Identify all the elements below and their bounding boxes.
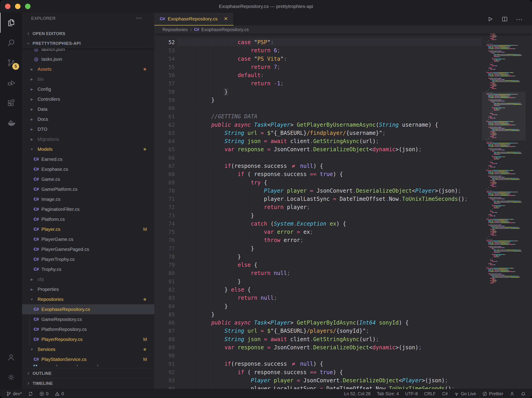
status-feedback[interactable] — [510, 392, 514, 396]
tree-file-platformrepository-cs[interactable]: C#PlatformRepository.cs — [22, 324, 154, 334]
indent-guide — [238, 79, 238, 87]
git-modified-badge: M — [143, 337, 147, 342]
line-number: 67 — [154, 162, 175, 170]
tree-folder-assets[interactable]: ▶Assets — [22, 64, 154, 74]
run-button[interactable] — [487, 16, 494, 23]
tree-file-exophaserepository-cs[interactable]: C#ExophaseRepository.cs — [22, 304, 154, 314]
indent-guide — [224, 170, 225, 178]
activity-source-control[interactable]: 5 — [0, 53, 22, 73]
tree-file-earned-cs[interactable]: C#Earned.cs — [22, 154, 154, 164]
section-open-editors[interactable]: OPEN EDITORS — [22, 29, 154, 39]
activity-explorer[interactable] — [0, 13, 22, 33]
tree-file-playertrophy-cs[interactable]: C#PlayerTrophy.cs — [22, 254, 154, 264]
line-number: 87 — [154, 327, 175, 335]
status-encoding[interactable]: UTF-8 — [405, 391, 418, 396]
activity-run-debug[interactable] — [0, 73, 22, 93]
status-tab-size[interactable]: Tab Size: 4 — [377, 391, 399, 396]
tree-file-image-cs[interactable]: C#Image.cs — [22, 194, 154, 204]
status-eol[interactable]: CRLF — [424, 391, 436, 396]
csharp-file-icon: C# — [33, 317, 39, 322]
tree-folder-data[interactable]: ▶Data — [22, 104, 154, 114]
status-cursor-position[interactable]: Ln 52, Col 28 — [344, 391, 370, 396]
activity-docker[interactable] — [0, 113, 22, 133]
code-editor[interactable]: 52 case "PSP":53 return 6;54 case "PS Vi… — [154, 34, 482, 389]
status-go-live[interactable]: Go Live — [454, 391, 476, 396]
csharp-file-icon: C# — [33, 187, 39, 192]
code-line-66: 66 — [154, 154, 482, 162]
chevron-collapsed-icon: ▶ — [30, 108, 34, 111]
indent-guide — [238, 376, 238, 385]
section-timeline[interactable]: TIMELINE — [22, 378, 154, 388]
tree-item-label: PlayerRepository.cs — [41, 337, 82, 342]
json-file-icon: ◎ — [33, 56, 39, 62]
explorer-more-actions[interactable]: ⋯ — [136, 15, 142, 22]
tree-folder-docs[interactable]: ▶Docs — [22, 114, 154, 124]
indent-guide — [211, 38, 212, 46]
tree-file-gameplatform-cs[interactable]: C#GamePlatform.cs — [22, 184, 154, 194]
status-prettier[interactable]: Prettier — [482, 391, 503, 396]
indent-guide — [198, 261, 198, 269]
tree-file-paginationfilter-cs[interactable]: C#PaginationFilter.cs — [22, 204, 154, 214]
tree-folder-config[interactable]: ▶Config — [22, 84, 154, 94]
indent-guide — [224, 187, 225, 195]
tree-folder-models[interactable]: ▼Models — [22, 144, 154, 154]
tree-folder-migrations[interactable]: ▶Migrations — [22, 134, 154, 144]
tree-folder-obj[interactable]: ▶obj — [22, 274, 154, 284]
section-label: OPEN EDITORS — [32, 31, 65, 36]
activity-extensions[interactable] — [0, 93, 22, 113]
split-editor-button[interactable] — [501, 16, 508, 23]
minimap[interactable] — [482, 34, 526, 389]
tree-file-gamerepository-cs[interactable]: C#GameRepository.cs — [22, 314, 154, 324]
tree-file-launch-json[interactable]: ◎launch.json — [22, 48, 154, 54]
status-sync[interactable] — [28, 392, 33, 396]
status-notifications[interactable] — [521, 392, 526, 396]
section-project-root[interactable]: PRETTYTROPHIES-API — [22, 38, 154, 49]
warning-icon — [55, 392, 60, 396]
tree-file-playergamespaged-cs[interactable]: C#PlayerGamesPaged.cs — [22, 244, 154, 254]
tree-folder-properties[interactable]: ▶Properties — [22, 284, 154, 294]
activity-settings[interactable] — [0, 367, 22, 387]
tree-folder-services[interactable]: ▼Services — [22, 344, 154, 354]
more-actions-button[interactable]: ⋯ — [516, 15, 523, 23]
tree-folder-repositories[interactable]: ▼Repositories — [22, 294, 154, 304]
breadcrumb-item[interactable]: ExophaseRepository.cs — [201, 27, 249, 32]
tree-file-platform-cs[interactable]: C#Platform.cs — [22, 214, 154, 224]
breadcrumb-item[interactable]: Repositories — [163, 27, 188, 32]
tree-item-label: PlatformRepository.cs — [41, 327, 87, 332]
indent-guide — [198, 96, 198, 104]
tree-file-player-cs[interactable]: C#Player.csM — [22, 224, 154, 234]
close-tab-icon[interactable]: ✕ — [224, 16, 228, 22]
activity-accounts[interactable] — [0, 347, 22, 367]
status-errors[interactable]: 0 — [39, 391, 49, 396]
csharp-file-icon: C# — [33, 177, 39, 182]
tree-file-exophase-cs[interactable]: C#Exophase.cs — [22, 164, 154, 174]
status-git-branch[interactable]: dev* — [6, 391, 22, 396]
tree-folder-dto[interactable]: ▶DTO — [22, 124, 154, 134]
status-label: Go Live — [461, 391, 476, 396]
indent-guide — [211, 71, 212, 79]
indent-guide — [211, 368, 212, 376]
tree-file-playstationservice-cs[interactable]: C#PlayStationService.csM — [22, 354, 154, 364]
line-number: 68 — [154, 170, 175, 178]
code-line-90: 90 — [154, 352, 482, 360]
tab-exophaserepository[interactable]: C# ExophaseRepository.cs ✕ — [154, 13, 234, 25]
tree-file-trophy-cs[interactable]: C#Trophy.cs — [22, 264, 154, 274]
tree-file-tasks-json[interactable]: ◎tasks.json — [22, 54, 154, 64]
code-line-91: 91 if(response.success ≠ null) { — [154, 360, 482, 368]
section-outline[interactable]: OUTLINE — [22, 368, 154, 378]
tree-file-playerrepository-cs[interactable]: C#PlayerRepository.csM — [22, 334, 154, 344]
tree-file-playergame-cs[interactable]: C#PlayerGame.cs — [22, 234, 154, 244]
tree-folder-controllers[interactable]: ▶Controllers — [22, 94, 154, 104]
status-warnings[interactable]: 0 — [55, 391, 64, 396]
indent-guide — [198, 145, 198, 154]
status-label: Prettier — [489, 391, 503, 396]
tree-folder-bin[interactable]: ▶bin — [22, 74, 154, 84]
tree-file-game-cs[interactable]: C#Game.cs — [22, 174, 154, 184]
activity-search[interactable] — [0, 33, 22, 53]
indent-guide — [198, 335, 198, 343]
indent-guide — [198, 71, 198, 79]
status-language-mode[interactable]: C# — [442, 391, 448, 396]
folder-changes-dot — [144, 298, 146, 301]
chevron-collapsed-icon: ▶ — [30, 78, 34, 81]
line-number: 76 — [154, 236, 175, 244]
